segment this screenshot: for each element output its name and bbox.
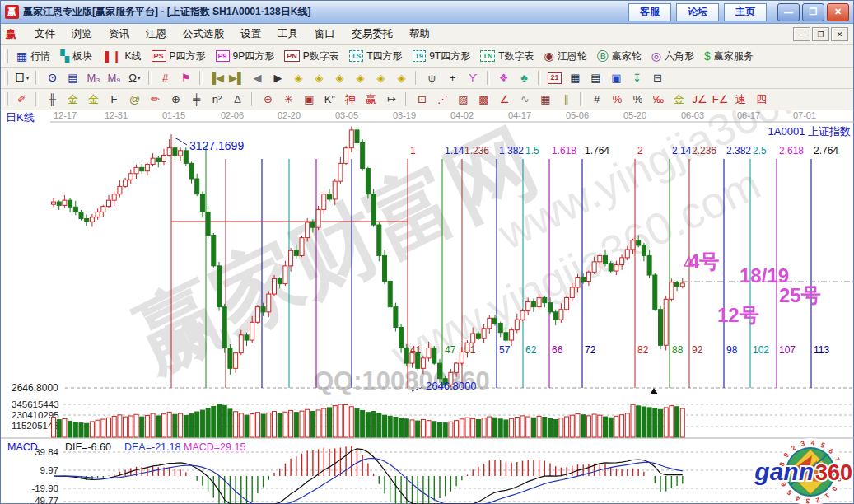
- target-circle-icon[interactable]: ⊕: [258, 91, 278, 109]
- permille-icon[interactable]: ‰: [648, 91, 669, 109]
- fan-lines-icon[interactable]: ⋰: [432, 91, 453, 109]
- diamond-zoom-in-icon[interactable]: ◈: [309, 69, 329, 87]
- spiral-icon[interactable]: @: [124, 91, 145, 109]
- angle-lines-icon[interactable]: ∠: [494, 91, 515, 109]
- zigzag-icon[interactable]: ∿: [515, 91, 535, 109]
- ying-tool-icon[interactable]: 赢: [361, 91, 381, 109]
- child-restore-button[interactable]: ❐: [812, 27, 829, 41]
- sectors-button[interactable]: ▚板块: [55, 47, 97, 65]
- compass-icon[interactable]: ∆: [227, 91, 248, 109]
- winner-wheel-button[interactable]: Ⓑ赢家轮: [592, 47, 646, 65]
- menu-item-0[interactable]: 文件: [26, 25, 63, 44]
- child-close-button[interactable]: ✕: [831, 27, 848, 41]
- dense-grid-icon[interactable]: ▩: [474, 91, 494, 109]
- menu-item-5[interactable]: 设置: [232, 25, 269, 44]
- frame-tool-icon[interactable]: ⊡: [412, 91, 432, 109]
- diamond-zoom-out-icon[interactable]: ◈: [288, 69, 309, 87]
- gold-ratio-a-icon[interactable]: 金: [63, 91, 83, 109]
- 9t-square-button[interactable]: T99T四方形: [408, 47, 476, 65]
- homepage-button[interactable]: 主页: [724, 3, 767, 21]
- next-bar-icon[interactable]: ▶: [268, 69, 288, 87]
- quotes-button[interactable]: ▦行情: [12, 47, 55, 65]
- menu-item-4[interactable]: 公式选股: [175, 25, 232, 44]
- menu-item-2[interactable]: 资讯: [100, 25, 138, 44]
- period-day-dropdown[interactable]: 日▾: [12, 69, 32, 87]
- child-minimize-button[interactable]: —: [793, 27, 810, 41]
- forum-button[interactable]: 论坛: [676, 3, 719, 21]
- speed-line-icon[interactable]: 速: [730, 91, 751, 109]
- minimize-button[interactable]: —: [777, 3, 800, 21]
- volume-bar: [488, 417, 492, 437]
- leaf-tool-icon[interactable]: ♣: [514, 69, 534, 87]
- detail-list-icon[interactable]: ▤: [63, 69, 83, 87]
- diamond-shrink-h-icon[interactable]: ◈: [350, 69, 371, 87]
- crosshair-icon[interactable]: +: [442, 69, 463, 87]
- last-bar-icon[interactable]: ▶▌: [226, 69, 247, 87]
- ruler-count-icon[interactable]: ↦: [381, 91, 402, 109]
- brush-icon[interactable]: ✏: [145, 91, 166, 109]
- diamond-full-view-icon[interactable]: ◈: [391, 69, 412, 87]
- four-square-line-icon[interactable]: 四: [751, 91, 772, 109]
- export-icon[interactable]: ↧: [627, 69, 647, 87]
- f-angle-icon[interactable]: F∠: [710, 91, 730, 109]
- t-square-button[interactable]: TST四方形: [344, 47, 408, 65]
- grid-comb-icon[interactable]: ╫: [42, 91, 63, 109]
- calculator-icon[interactable]: ▦: [565, 69, 586, 87]
- p-table-button[interactable]: PNP数字表: [279, 47, 344, 65]
- star-circle-icon[interactable]: ✳: [278, 91, 299, 109]
- wave-9-icon[interactable]: M₉: [104, 69, 124, 87]
- wave-3-icon[interactable]: M₃: [83, 69, 104, 87]
- j-angle-icon[interactable]: J∠: [689, 91, 710, 109]
- candle-body: [167, 148, 171, 156]
- comb2-icon[interactable]: ╪: [186, 91, 207, 109]
- close-button[interactable]: ✕: [827, 3, 849, 21]
- t-table-button[interactable]: TNT数字表: [475, 47, 539, 65]
- tree-tool-icon[interactable]: ❖: [493, 69, 514, 87]
- block-grid-icon[interactable]: ▦: [535, 91, 556, 109]
- customer-service-button[interactable]: 客服: [628, 3, 671, 21]
- print-icon[interactable]: ⊟: [647, 69, 668, 87]
- square-target-icon[interactable]: ▣: [299, 91, 320, 109]
- notepad-icon[interactable]: ▤: [586, 69, 606, 87]
- coordinate-overlay-icon[interactable]: #: [155, 69, 175, 87]
- calendar-icon[interactable]: 21: [544, 69, 565, 87]
- p-square-button[interactable]: PSP四方形: [147, 47, 211, 65]
- compression-mode-icon[interactable]: ʘ: [42, 69, 63, 87]
- menu-item-6[interactable]: 工具: [269, 25, 306, 44]
- menu-item-3[interactable]: 江恩: [138, 25, 175, 44]
- cycle-bottle-dropdown[interactable]: Ω▾: [124, 69, 145, 87]
- percent-strike-icon[interactable]: %: [607, 91, 628, 109]
- hexagon-button[interactable]: ◎六角形: [646, 47, 699, 65]
- fibonacci-icon[interactable]: F: [104, 91, 124, 109]
- percent-icon[interactable]: %: [628, 91, 648, 109]
- k-mark-icon[interactable]: K″: [320, 91, 340, 109]
- shen-tool-icon[interactable]: 神: [340, 91, 361, 109]
- 9p-square-button[interactable]: P99P四方形: [211, 47, 280, 65]
- angle-measure-icon[interactable]: Ƴ: [463, 69, 483, 87]
- first-bar-icon[interactable]: ▐◀: [206, 69, 226, 87]
- color-volume-icon[interactable]: ⚑: [175, 69, 196, 87]
- menu-item-9[interactable]: 帮助: [401, 25, 438, 44]
- kline-button[interactable]: ❚❙K线: [97, 47, 146, 65]
- gann-circle-icon[interactable]: ⊕: [166, 91, 186, 109]
- save-icon[interactable]: ▣: [606, 69, 627, 87]
- gann-wheel-button[interactable]: ◉江恩轮: [539, 47, 592, 65]
- n-square-icon[interactable]: n²: [207, 91, 227, 109]
- maximize-button[interactable]: ❐: [802, 3, 824, 21]
- menu-item-8[interactable]: 交易委托: [343, 25, 401, 44]
- diamond-expand-all-icon[interactable]: ◈: [371, 69, 391, 87]
- shade-grid-icon[interactable]: ▨: [453, 91, 474, 109]
- diamond-expand-h-icon[interactable]: ◈: [329, 69, 350, 87]
- gold-angle-icon[interactable]: 金: [669, 91, 689, 109]
- menu-item-1[interactable]: 浏览: [63, 25, 100, 44]
- menu-item-7[interactable]: 窗口: [306, 25, 343, 44]
- kline-chart-canvas[interactable]: 赢家财富网www.yingjia360.comwww.yingjia360.co…: [1, 110, 854, 504]
- title-bar[interactable]: 赢 赢家江恩专业版[赢家服务平台] - [上证指数 SH1A0001-138日K…: [1, 1, 853, 24]
- drag-hand-icon[interactable]: ψ: [422, 69, 442, 87]
- gold-ratio-b-icon[interactable]: 金: [83, 91, 104, 109]
- ratio-panel-icon[interactable]: #: [586, 91, 607, 109]
- parallel-lines-icon[interactable]: ∥: [556, 91, 576, 109]
- draw-pen-icon[interactable]: ✐: [12, 91, 32, 109]
- prev-bar-icon[interactable]: ◀: [247, 69, 268, 87]
- winner-service-button[interactable]: $赢家服务: [699, 47, 758, 65]
